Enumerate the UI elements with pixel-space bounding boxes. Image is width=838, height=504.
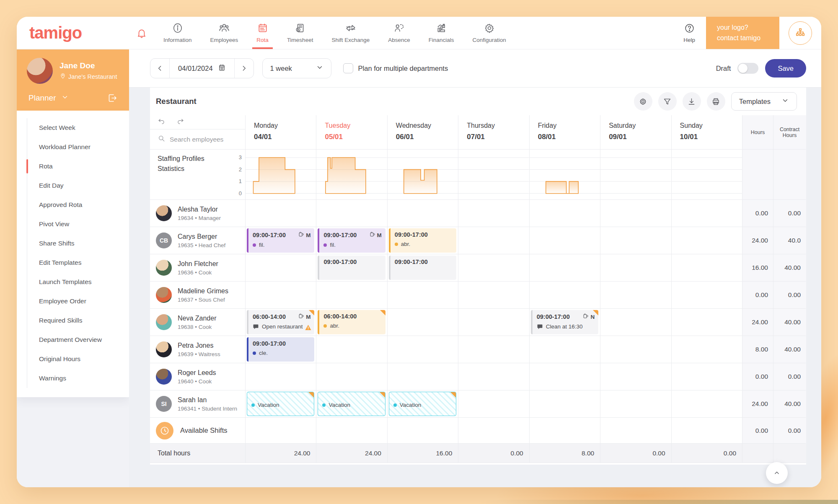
nav-item-timesheet[interactable]: Timesheet [278,17,323,49]
shift-cell-wednesday[interactable] [388,200,458,227]
shift-cell-thursday[interactable] [458,309,529,336]
shift-cell-wednesday[interactable] [388,282,458,309]
shift-cell-wednesday[interactable] [388,309,458,336]
sidebar-item-employee-order[interactable]: Employee Order [27,292,129,311]
organization-button[interactable] [789,21,812,45]
shift-cell-sunday[interactable] [672,309,742,336]
templates-dropdown[interactable]: Templates [731,92,797,111]
available-shift-cell-monday[interactable] [246,418,316,444]
shift-cell-friday[interactable] [530,282,600,309]
shift-cell-saturday[interactable] [600,363,671,390]
shift-chip[interactable]: Vacation [318,392,385,416]
shift-chip[interactable]: 09:00-17:00Mfil. [318,228,385,253]
sidebar-item-launch-templates[interactable]: Launch Templates [27,272,129,292]
shift-cell-wednesday[interactable] [388,336,458,363]
previous-week-button[interactable] [150,59,170,78]
sidebar-item-department-overview[interactable]: Department Overview [27,330,129,349]
sidebar-item-workload-planner[interactable]: Workload Planner [27,137,129,157]
employee-madeline-grimes[interactable]: Madeline Grimes 19637 • Sous Chef [150,282,246,309]
shift-cell-friday[interactable] [530,227,600,254]
role-selector[interactable]: Planner [28,93,69,103]
shift-chip[interactable]: Vacation [389,392,456,416]
available-shift-cell-friday[interactable] [530,418,600,444]
nav-item-information[interactable]: Information [154,17,201,49]
employee-neva-zander[interactable]: Neva Zander 19638 • Cook [150,309,246,336]
save-button[interactable]: Save [765,59,806,78]
next-week-button[interactable] [234,59,253,78]
shift-cell-saturday[interactable] [600,309,671,336]
sidebar-item-warnings[interactable]: Warnings [27,369,129,388]
shift-chip[interactable]: 06:00-14:00abr. [318,310,385,334]
help-button[interactable]: Help [672,17,706,49]
shift-cell-monday[interactable] [246,254,316,282]
shift-cell-saturday[interactable] [600,227,671,254]
sidebar-item-approved-rota[interactable]: Approved Rota [27,195,129,215]
shift-cell-thursday[interactable] [458,363,529,390]
shift-chip[interactable]: 09:00-17:00Mfil. [247,228,314,253]
download-button[interactable] [683,92,701,111]
shift-cell-saturday[interactable] [600,282,671,309]
draft-toggle[interactable] [737,63,758,74]
settings-button[interactable] [634,92,652,111]
employee-alesha-taylor[interactable]: Alesha Taylor 19634 • Manager [150,200,246,227]
shift-cell-monday[interactable]: 09:00-17:00cle. [246,336,316,363]
shift-cell-sunday[interactable] [672,363,742,390]
shift-cell-monday[interactable]: 06:00-14:00MOpen restaurant [246,309,316,336]
shift-cell-sunday[interactable] [672,390,742,418]
shift-cell-wednesday[interactable]: Vacation [388,390,458,418]
employee-carys-berger[interactable]: CBCarys Berger 19635 • Head Chef [150,227,246,254]
sidebar-item-original-hours[interactable]: Original Hours [27,349,129,369]
available-shifts-row-label[interactable]: Available Shifts [150,418,246,444]
scroll-to-top-button[interactable] [766,462,788,484]
shift-cell-thursday[interactable] [458,336,529,363]
shift-cell-monday[interactable] [246,282,316,309]
shift-cell-thursday[interactable] [458,390,529,418]
shift-cell-monday[interactable]: Vacation [246,390,316,418]
shift-chip[interactable]: 09:00-17:00abr. [389,228,456,253]
sidebar-item-share-shifts[interactable]: Share Shifts [27,234,129,253]
multi-department-checkbox[interactable] [343,63,353,73]
shift-cell-friday[interactable]: 09:00-17:00NClean at 16:30 [530,309,600,336]
print-button[interactable] [707,92,725,111]
shift-cell-tuesday[interactable] [316,336,387,363]
shift-cell-thursday[interactable] [458,200,529,227]
available-shift-cell-sunday[interactable] [672,418,742,444]
shift-cell-tuesday[interactable]: 09:00-17:00 [316,254,387,282]
sidebar-item-rota[interactable]: Rota [27,157,129,176]
shift-cell-tuesday[interactable]: 09:00-17:00Mfil. [316,227,387,254]
logout-button[interactable] [107,93,117,103]
shift-cell-friday[interactable] [530,336,600,363]
shift-chip[interactable]: 09:00-17:00cle. [247,337,314,362]
nav-item-employees[interactable]: Employees [201,17,248,49]
shift-cell-monday[interactable] [246,200,316,227]
shift-cell-thursday[interactable] [458,227,529,254]
user-avatar[interactable] [27,58,53,84]
contact-tamigo-banner[interactable]: your logo? contact tamigo [706,17,779,49]
shift-chip[interactable]: 09:00-17:00NClean at 16:30 [531,310,598,334]
shift-cell-sunday[interactable] [672,254,742,282]
shift-cell-thursday[interactable] [458,282,529,309]
available-shift-cell-saturday[interactable] [600,418,671,444]
shift-cell-saturday[interactable] [600,390,671,418]
date-picker[interactable]: 04/01/2024 [170,64,234,73]
nav-item-absence[interactable]: Absence [379,17,419,49]
shift-cell-tuesday[interactable] [316,282,387,309]
search-employees-input[interactable] [170,136,233,143]
shift-cell-saturday[interactable] [600,336,671,363]
sidebar-item-required-skills[interactable]: Required Skills [27,311,129,330]
shift-cell-sunday[interactable] [672,282,742,309]
nav-item-financials[interactable]: Financials [419,17,463,49]
shift-cell-wednesday[interactable] [388,363,458,390]
shift-cell-wednesday[interactable]: 09:00-17:00 [388,254,458,282]
shift-chip[interactable]: 09:00-17:00 [389,256,456,280]
undo-icon[interactable] [158,117,166,127]
shift-chip[interactable]: 09:00-17:00 [318,256,385,280]
shift-cell-tuesday[interactable]: Vacation [316,390,387,418]
shift-cell-friday[interactable] [530,200,600,227]
sidebar-item-pivot-view[interactable]: Pivot View [27,215,129,234]
shift-cell-thursday[interactable] [458,254,529,282]
shift-cell-sunday[interactable] [672,336,742,363]
employee-sarah-ian[interactable]: SISarah Ian 196341 • Student Intern [150,390,246,418]
filter-button[interactable] [658,92,677,111]
employee-john-fletcher[interactable]: John Fletcher 19636 • Cook [150,254,246,282]
